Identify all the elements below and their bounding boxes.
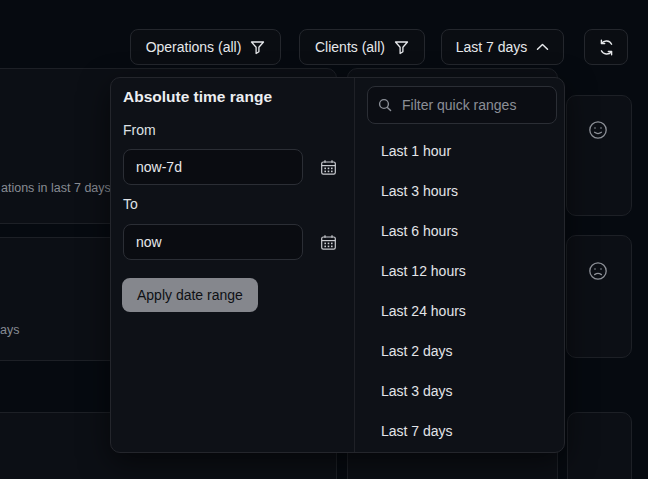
quick-range-option[interactable]: Last 24 hours: [355, 291, 564, 331]
quick-range-option[interactable]: Last 12 hours: [355, 251, 564, 291]
stat-card-caption: ays: [0, 323, 19, 337]
clients-filter-button[interactable]: Clients (all): [299, 29, 425, 65]
time-range-picker-panel: Absolute time range From To Apply: [110, 77, 565, 453]
quick-range-option[interactable]: Last 6 hours: [355, 211, 564, 251]
refresh-button[interactable]: [584, 29, 628, 65]
quick-range-list: Last 1 hourLast 3 hoursLast 6 hoursLast …: [355, 131, 564, 449]
stat-card-mid-right: [566, 235, 632, 358]
quick-range-filter-input[interactable]: [400, 96, 546, 114]
to-input[interactable]: [123, 224, 303, 260]
operations-filter-button[interactable]: Operations (all): [130, 29, 281, 65]
from-label: From: [123, 122, 156, 138]
quick-range-search: [367, 86, 557, 124]
absolute-range-title: Absolute time range: [123, 88, 272, 106]
quick-range-option[interactable]: Last 3 hours: [355, 171, 564, 211]
operations-filter-label: Operations (all): [146, 39, 242, 55]
time-range-dropdown-button[interactable]: Last 7 days: [441, 29, 564, 65]
quick-range-option[interactable]: Last 3 days: [355, 371, 564, 411]
smiley-sad-icon: [588, 261, 608, 281]
table-card-bottom-right: [567, 412, 632, 479]
filter-funnel-icon: [250, 40, 265, 55]
search-icon: [378, 98, 392, 112]
stat-card-caption: ations in last 7 days: [1, 181, 111, 195]
from-calendar-icon[interactable]: [318, 157, 338, 177]
to-calendar-icon[interactable]: [318, 232, 338, 252]
stat-card-top-right: [566, 95, 632, 216]
dashboard-screen: { "topbar": { "operations_label": "Opera…: [0, 0, 648, 479]
refresh-icon: [598, 39, 615, 56]
smiley-happy-icon: [588, 120, 608, 140]
chevron-up-icon: [536, 43, 549, 51]
from-input[interactable]: [123, 149, 303, 185]
time-range-label: Last 7 days: [456, 39, 528, 55]
clients-filter-label: Clients (all): [315, 39, 385, 55]
apply-date-range-button[interactable]: Apply date range: [122, 278, 258, 312]
filter-funnel-icon: [394, 40, 409, 55]
quick-range-option[interactable]: Last 7 days: [355, 411, 564, 449]
quick-range-option[interactable]: Last 2 days: [355, 331, 564, 371]
to-label: To: [123, 196, 138, 212]
quick-range-option[interactable]: Last 1 hour: [355, 131, 564, 171]
